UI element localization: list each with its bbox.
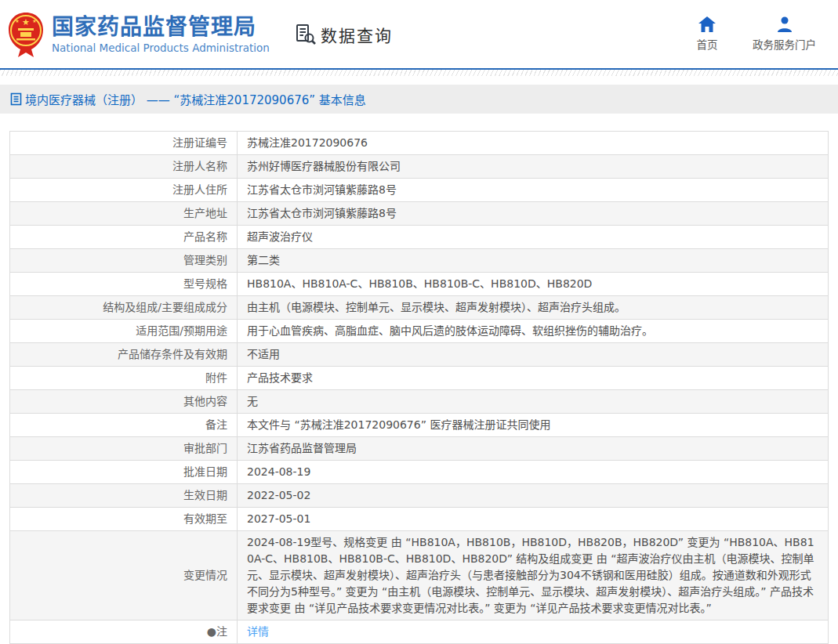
svg-text:★: ★ [22, 17, 30, 27]
row-label: 生产地址 [10, 202, 238, 226]
nav-home[interactable]: 首页 [691, 16, 723, 52]
table-row: 审批部门 江苏省药品监督管理局 [10, 437, 829, 461]
document-icon [10, 92, 22, 106]
row-value: 产品技术要求 [238, 367, 829, 390]
site-header: ★ ★ ★ 国家药品监督管理局 National Medical Product… [0, 0, 838, 68]
row-value: 江苏省太仓市浏河镇紫藤路8号 [238, 202, 829, 226]
table-row: ●注 详情 [10, 620, 829, 644]
breadcrumb-text: 境内医疗器械（注册） —— “苏械注准20172090676” 基本信息 [25, 91, 366, 107]
detail-link[interactable]: 详情 [247, 625, 269, 638]
table-row: 适用范围/预期用途 用于心血管疾病、高脂血症、脑中风后遗的肢体运动障碍、软组织挫… [10, 320, 829, 343]
row-value: 用于心血管疾病、高脂血症、脑中风后遗的肢体运动障碍、软组织挫伤的辅助治疗。 [238, 320, 829, 343]
table-row: 结构及组成/主要组成成分 由主机（电源模块、控制单元、显示模块、超声发射模块）、… [10, 296, 829, 320]
site-subtitle: National Medical Products Administration [52, 42, 270, 54]
row-label: 型号规格 [10, 273, 238, 296]
row-label: 批准日期 [10, 461, 238, 484]
svg-text:★: ★ [15, 18, 19, 24]
row-value: 第二类 [238, 249, 829, 273]
row-label: ●注 [10, 620, 238, 644]
row-value: 苏械注准20172090676 [238, 132, 829, 155]
data-query-label: 数据查询 [321, 23, 393, 46]
row-label: 附件 [10, 367, 238, 390]
hatch-texture [0, 70, 838, 76]
table-row: 附件 产品技术要求 [10, 367, 829, 390]
table-row: 生产地址 江苏省太仓市浏河镇紫藤路8号 [10, 202, 829, 226]
row-label: 产品名称 [10, 226, 238, 249]
doc-search-icon [295, 24, 317, 45]
row-label: 产品储存条件及有效期 [10, 343, 238, 367]
table-row: 注册人住所 江苏省太仓市浏河镇紫藤路8号 [10, 179, 829, 202]
row-value: HB810A、HB810A-C、HB810B、HB810B-C、HB810D、H… [238, 273, 829, 296]
row-label: 生效日期 [10, 484, 238, 508]
row-label: 备注 [10, 414, 238, 437]
table-row: 注册证编号 苏械注准20172090676 [10, 132, 829, 155]
home-icon [698, 16, 716, 32]
row-value: 详情 [238, 620, 829, 644]
table-row: 产品储存条件及有效期 不适用 [10, 343, 829, 367]
logo[interactable]: ★ ★ ★ 国家药品监督管理局 National Medical Product… [6, 10, 270, 59]
user-icon [777, 16, 793, 32]
row-label: 注册人住所 [10, 179, 238, 202]
national-emblem-icon: ★ ★ ★ [6, 12, 45, 59]
data-query-section[interactable]: 数据查询 [295, 23, 393, 46]
row-value: 无 [238, 390, 829, 414]
row-value: 江苏省太仓市浏河镇紫藤路8号 [238, 179, 829, 202]
nav-gov-portal[interactable]: 政务服务门户 [753, 16, 816, 52]
detail-table: 注册证编号 苏械注准20172090676 注册人名称 苏州好博医疗器械股份有限… [9, 131, 829, 644]
nav-home-label: 首页 [697, 36, 718, 52]
row-value: 2024-08-19型号、规格变更 由 “HB810A，HB810B，HB810… [238, 531, 829, 620]
row-label: 管理类别 [10, 249, 238, 273]
table-row: 有效期至 2027-05-01 [10, 508, 829, 531]
row-value: 江苏省药品监督管理局 [238, 437, 829, 461]
table-row: 批准日期 2024-08-19 [10, 461, 829, 484]
row-label: 其他内容 [10, 390, 238, 414]
table-row: 备注 本文件与 “苏械注准20172090676” 医疗器械注册证共同使用 [10, 414, 829, 437]
site-title: 国家药品监督管理局 [52, 15, 270, 40]
svg-text:★: ★ [32, 18, 36, 24]
row-value: 不适用 [238, 343, 829, 367]
row-label: 注册证编号 [10, 132, 238, 155]
row-label: 结构及组成/主要组成成分 [10, 296, 238, 320]
table-row: 管理类别 第二类 [10, 249, 829, 273]
row-value: 由主机（电源模块、控制单元、显示模块、超声发射模块）、超声治疗头组成。 [238, 296, 829, 320]
table-row: 型号规格 HB810A、HB810A-C、HB810B、HB810B-C、HB8… [10, 273, 829, 296]
row-value: 2022-05-02 [238, 484, 829, 508]
row-label: 变更情况 [10, 531, 238, 620]
row-label: 适用范围/预期用途 [10, 320, 238, 343]
row-value: 2027-05-01 [238, 508, 829, 531]
row-value: 超声波治疗仪 [238, 226, 829, 249]
breadcrumb: 境内医疗器械（注册） —— “苏械注准20172090676” 基本信息 [0, 85, 838, 114]
table-row: 变更情况 2024-08-19型号、规格变更 由 “HB810A，HB810B，… [10, 531, 829, 620]
row-value: 2024-08-19 [238, 461, 829, 484]
table-row: 产品名称 超声波治疗仪 [10, 226, 829, 249]
header-nav: 首页 政务服务门户 [691, 16, 838, 52]
main-content: 注册证编号 苏械注准20172090676 注册人名称 苏州好博医疗器械股份有限… [0, 122, 838, 644]
table-row: 注册人名称 苏州好博医疗器械股份有限公司 [10, 155, 829, 179]
row-label: 注册人名称 [10, 155, 238, 179]
detail-table-body: 注册证编号 苏械注准20172090676 注册人名称 苏州好博医疗器械股份有限… [10, 132, 829, 644]
row-label: 有效期至 [10, 508, 238, 531]
table-row: 其他内容 无 [10, 390, 829, 414]
nav-gov-portal-label: 政务服务门户 [753, 36, 816, 52]
table-row: 生效日期 2022-05-02 [10, 484, 829, 508]
row-value: 苏州好博医疗器械股份有限公司 [238, 155, 829, 179]
row-value: 本文件与 “苏械注准20172090676” 医疗器械注册证共同使用 [238, 414, 829, 437]
row-label: 审批部门 [10, 437, 238, 461]
